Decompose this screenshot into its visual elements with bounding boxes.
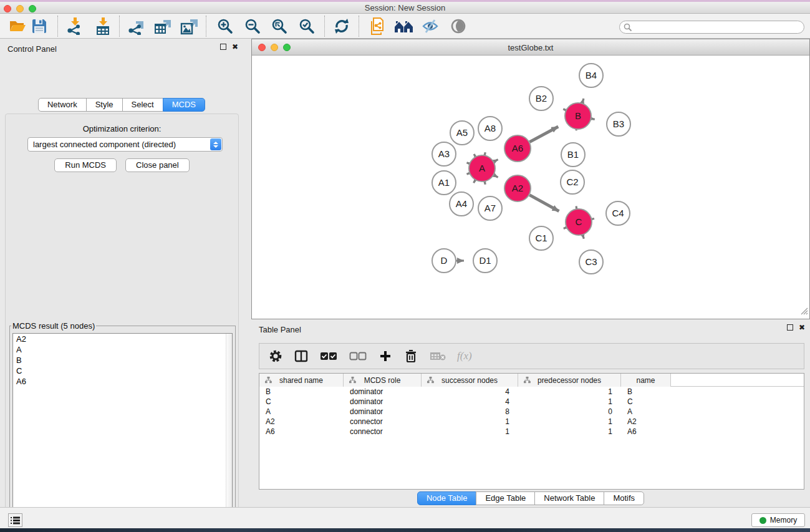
hide-glyph-icon[interactable] bbox=[422, 17, 439, 35]
mcds-result-item[interactable]: B bbox=[13, 355, 232, 365]
graph-node-B4[interactable]: B4 bbox=[579, 64, 603, 87]
network-window-titlebar[interactable]: testGlobe.txt bbox=[252, 39, 809, 56]
graph-edge-A-A2[interactable] bbox=[494, 175, 498, 178]
select-all-icon[interactable] bbox=[319, 349, 338, 364]
graph-edge-C-C1[interactable] bbox=[564, 228, 566, 229]
column-header-predecessor-nodes[interactable]: predecessor nodes bbox=[518, 374, 621, 387]
graph-node-B[interactable]: B bbox=[565, 103, 591, 129]
refresh-icon[interactable] bbox=[333, 17, 350, 35]
graph-edge-A-A8[interactable] bbox=[485, 152, 485, 155]
table-cell[interactable]: A6 bbox=[259, 427, 344, 436]
graph-node-A2[interactable]: A2 bbox=[504, 175, 531, 201]
graph-node-A7[interactable]: A7 bbox=[478, 196, 502, 220]
table-row[interactable]: Adominator80A bbox=[259, 407, 804, 417]
table-cell[interactable]: 4 bbox=[422, 387, 518, 396]
graph-edge-A-A4[interactable] bbox=[474, 180, 475, 183]
table-cell[interactable]: connector bbox=[344, 427, 422, 436]
table-cell[interactable]: 8 bbox=[422, 407, 518, 416]
table-cell[interactable]: 0 bbox=[518, 407, 621, 416]
graph-node-D1[interactable]: D1 bbox=[473, 249, 497, 273]
table-cell[interactable]: dominator bbox=[344, 407, 422, 416]
import-network-icon[interactable] bbox=[66, 17, 84, 35]
delete-table-icon[interactable] bbox=[429, 349, 446, 364]
column-header-successor-nodes[interactable]: successor nodes bbox=[422, 374, 518, 387]
export-image-icon[interactable] bbox=[180, 17, 198, 35]
table-row[interactable]: Bdominator41B bbox=[259, 387, 804, 397]
open-file-icon[interactable] bbox=[9, 17, 26, 35]
float-table-panel-icon[interactable] bbox=[787, 324, 793, 331]
mcds-result-item[interactable]: A bbox=[13, 344, 232, 355]
graph-node-B1[interactable]: B1 bbox=[561, 143, 585, 167]
graph-node-A4[interactable]: A4 bbox=[450, 192, 473, 216]
tab-select[interactable]: Select bbox=[122, 98, 163, 112]
table-cell[interactable]: connector bbox=[344, 417, 422, 426]
optimization-criterion-dropdown[interactable]: largest connected component (directed) bbox=[27, 137, 223, 152]
zoom-out-icon[interactable] bbox=[244, 17, 261, 35]
graph-node-A3[interactable]: A3 bbox=[432, 142, 456, 166]
graph-node-A1[interactable]: A1 bbox=[432, 171, 456, 195]
table-cell[interactable]: 1 bbox=[518, 397, 621, 406]
function-builder-icon[interactable]: f(x) bbox=[457, 350, 472, 362]
table-cell[interactable]: 1 bbox=[422, 417, 518, 426]
table-cell[interactable]: dominator bbox=[344, 387, 422, 396]
home-icon[interactable] bbox=[393, 17, 415, 35]
graph-edge-A-A7[interactable] bbox=[485, 182, 485, 185]
result-list-scrollbar[interactable] bbox=[226, 334, 232, 530]
deselect-all-icon[interactable] bbox=[349, 349, 367, 364]
table-cell[interactable]: B bbox=[621, 387, 671, 396]
table-cell[interactable]: 1 bbox=[518, 427, 621, 436]
table-row[interactable]: A6connector11A6 bbox=[259, 427, 804, 437]
table-settings-icon[interactable] bbox=[268, 349, 283, 364]
graph-edge-A-A6[interactable] bbox=[494, 160, 498, 162]
graph-node-B2[interactable]: B2 bbox=[529, 87, 553, 110]
column-layout-icon[interactable] bbox=[294, 349, 309, 364]
memory-button[interactable]: Memory bbox=[751, 513, 805, 527]
export-network-icon[interactable] bbox=[127, 17, 145, 35]
graph-node-A5[interactable]: A5 bbox=[450, 121, 474, 145]
table-cell[interactable]: A6 bbox=[621, 427, 671, 436]
task-history-button[interactable] bbox=[8, 513, 22, 527]
table-cell[interactable]: 1 bbox=[518, 387, 621, 396]
graph-edge-B-B3[interactable] bbox=[592, 118, 595, 119]
table-row[interactable]: Cdominator41C bbox=[259, 397, 804, 407]
add-column-icon[interactable] bbox=[378, 349, 393, 364]
tab-motifs[interactable]: Motifs bbox=[604, 491, 644, 505]
graph-edge-C-C3[interactable] bbox=[583, 235, 584, 239]
save-session-icon[interactable] bbox=[31, 17, 48, 35]
column-header-MCDS-role[interactable]: MCDS role bbox=[344, 374, 422, 387]
tab-network[interactable]: Network bbox=[38, 98, 87, 112]
table-cell[interactable]: 1 bbox=[518, 417, 621, 426]
search-input[interactable] bbox=[632, 22, 804, 32]
graph-edge-B-B4[interactable] bbox=[582, 99, 584, 103]
search-box[interactable] bbox=[619, 21, 804, 34]
column-header-name[interactable]: name bbox=[621, 374, 671, 387]
delete-column-icon[interactable] bbox=[403, 349, 418, 364]
float-panel-icon[interactable] bbox=[220, 44, 226, 50]
resize-grip-icon[interactable] bbox=[800, 306, 808, 317]
close-panel-icon[interactable]: ✖ bbox=[232, 44, 238, 50]
table-cell[interactable]: A2 bbox=[259, 417, 344, 426]
graph-node-C2[interactable]: C2 bbox=[561, 170, 584, 194]
graph-node-C3[interactable]: C3 bbox=[579, 250, 603, 274]
table-cell[interactable]: A bbox=[259, 407, 344, 416]
export-table-icon[interactable] bbox=[153, 17, 171, 35]
graph-node-C1[interactable]: C1 bbox=[529, 226, 553, 250]
table-row[interactable]: A2connector11A2 bbox=[259, 417, 804, 427]
graph-edge-A2-C[interactable] bbox=[529, 195, 559, 211]
table-cell[interactable]: dominator bbox=[344, 397, 422, 406]
close-panel-button[interactable]: Close panel bbox=[125, 158, 190, 172]
graph-edge-A-A1[interactable] bbox=[466, 173, 469, 174]
table-cell[interactable]: 4 bbox=[422, 397, 518, 406]
graph-node-A6[interactable]: A6 bbox=[504, 135, 531, 162]
network-canvas[interactable]: AA1A2A3A4A5A6A7A8BB1B2B3B4CC1C2C3C4DD1 bbox=[252, 56, 809, 319]
table-cell[interactable]: A2 bbox=[621, 417, 671, 426]
table-cell[interactable]: 1 bbox=[422, 427, 518, 436]
zoom-fit-icon[interactable] bbox=[271, 17, 288, 35]
graph-node-D[interactable]: D bbox=[432, 249, 456, 273]
tab-style[interactable]: Style bbox=[86, 98, 123, 112]
mcds-result-item[interactable]: A2 bbox=[13, 334, 232, 344]
zoom-in-icon[interactable] bbox=[216, 17, 234, 35]
graph-node-A8[interactable]: A8 bbox=[478, 117, 502, 140]
table-cell[interactable]: A bbox=[621, 407, 671, 416]
tab-edge-table[interactable]: Edge Table bbox=[476, 491, 535, 505]
